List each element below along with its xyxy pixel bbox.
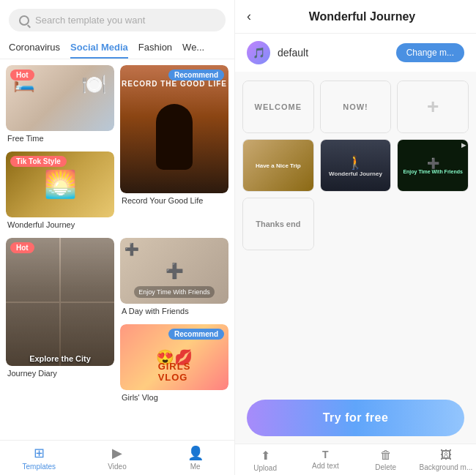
scene-card-now[interactable]: NOW! [320, 81, 392, 133]
template-label: Free Time [6, 131, 114, 146]
template-label: Journey Diary [6, 366, 114, 381]
scene-text: Wonderful Journey [329, 171, 382, 177]
hot-badge: Hot [10, 70, 34, 81]
scene-text: WELCOME [255, 102, 302, 111]
scene-card-thanks[interactable]: Thanks end [242, 198, 314, 250]
scene-thumb: Thanks end [243, 198, 313, 250]
scene-overlay: ▶ [461, 142, 466, 149]
scene-text: Have a Nice Trip [256, 162, 301, 169]
recommend-badge: Recommend [168, 70, 224, 81]
hot-badge: Hot [10, 242, 34, 253]
scene-card-welcome[interactable]: WELCOME [242, 81, 314, 133]
search-placeholder: Search template you want [35, 15, 145, 26]
list-item[interactable]: Hot Free Time [6, 65, 114, 146]
scene-card-beach[interactable]: Have a Nice Trip [242, 139, 314, 192]
template-label: Girls' Vlog [120, 390, 228, 405]
template-label: Wonderful Journey [6, 217, 114, 232]
nav-add-text[interactable]: T Add text [295, 449, 355, 472]
template-grid: Hot Free Time Recommend RECORD THE GOOD … [0, 59, 234, 440]
text-icon: T [322, 449, 329, 460]
tab-more[interactable]: We... [182, 37, 204, 59]
delete-icon: 🗑 [380, 449, 392, 462]
scene-thumb: NOW! [321, 81, 391, 132]
left-panel: Search template you want Coronavirus Soc… [0, 0, 234, 475]
scene-thumb: Have a Nice Trip [243, 140, 313, 191]
try-free-wrap: Try for free [235, 392, 476, 444]
list-item[interactable]: Recommend 😍💋 GIRLSVLOG Girls' Vlog [120, 324, 228, 405]
category-tabs: Coronavirus Social Media Fashion We... [0, 37, 234, 59]
upload-icon: ⬆ [261, 449, 270, 463]
record-text: RECORD THE GOOD LIFE [120, 80, 228, 88]
nav-me-label: Me [190, 463, 201, 471]
scene-text: Enjoy Time With Friends [403, 169, 462, 174]
scene-grid: WELCOME NOW! + Have a Nice Trip 🚶 Wonde [235, 75, 476, 392]
scene-card-journey[interactable]: 🚶 Wonderful Journey [320, 139, 392, 192]
me-icon: 👤 [187, 445, 204, 461]
nav-delete[interactable]: 🗑 Delete [356, 449, 416, 472]
nav-me[interactable]: 👤 Me [156, 445, 234, 471]
silhouette [156, 104, 193, 170]
background-icon: 🖼 [440, 449, 452, 462]
nav-video-label: Video [108, 463, 126, 471]
music-label: default [278, 47, 389, 59]
change-music-button[interactable]: Change m... [396, 43, 464, 62]
nav-addtext-label: Add text [312, 462, 339, 470]
music-row: 🎵 default Change m... [235, 34, 476, 72]
list-item[interactable]: Hot Explore the City Journey Diary [6, 238, 114, 405]
bottom-nav: ⊞ Templates ▶ Video 👤 Me [0, 440, 234, 475]
search-icon [19, 15, 29, 26]
nav-templates-label: Templates [23, 463, 56, 471]
nav-templates[interactable]: ⊞ Templates [0, 445, 78, 471]
scene-thumb: + [398, 81, 468, 132]
list-item[interactable]: Tik Tok Style Wonderful Journey [6, 152, 114, 232]
list-item[interactable]: ➕ Enjoy Time With Friends A Day with Fri… [120, 238, 228, 318]
templates-icon: ⊞ [34, 445, 45, 461]
scene-thumb: ➕ Enjoy Time With Friends ▶ [398, 140, 468, 191]
tiktok-badge: Tik Tok Style [10, 156, 67, 167]
add-icon: + [427, 95, 439, 119]
journey-label: Explore the City [6, 351, 114, 366]
nav-video[interactable]: ▶ Video [78, 445, 157, 471]
scene-thumb: WELCOME [243, 81, 313, 132]
nav-upload-label: Upload [253, 464, 277, 472]
recommend-badge: Recommend [168, 329, 224, 340]
template-label: Record Your Good Life [120, 193, 228, 208]
nav-bg-label: Background m... [419, 463, 472, 471]
page-title: Wonderful Journey [260, 10, 464, 23]
tab-fashion[interactable]: Fashion [138, 37, 172, 59]
scene-thumb: 🚶 Wonderful Journey [321, 140, 391, 191]
search-bar[interactable]: Search template you want [9, 9, 226, 31]
template-label: A Day with Friends [120, 304, 228, 318]
music-icon: 🎵 [247, 41, 270, 64]
right-bottom-nav: ⬆ Upload T Add text 🗑 Delete 🖼 Backgroun… [235, 444, 476, 475]
video-icon: ▶ [112, 445, 122, 461]
nav-delete-label: Delete [375, 463, 396, 471]
back-button[interactable]: ‹ [247, 9, 251, 24]
scene-card-add[interactable]: + [397, 81, 469, 133]
scene-text: NOW! [343, 102, 368, 111]
nav-background[interactable]: 🖼 Background m... [416, 449, 476, 472]
list-item[interactable]: Recommend RECORD THE GOOD LIFE Record Yo… [120, 65, 228, 232]
nav-upload[interactable]: ⬆ Upload [235, 449, 295, 472]
right-header: ‹ Wonderful Journey [235, 0, 476, 34]
scene-text: Thanks end [256, 220, 300, 228]
tab-social-media[interactable]: Social Media [70, 37, 128, 59]
try-free-button[interactable]: Try for free [247, 400, 464, 436]
scene-card-friends[interactable]: ➕ Enjoy Time With Friends ▶ [397, 139, 469, 192]
tab-coronavirus[interactable]: Coronavirus [9, 37, 60, 59]
right-panel: ‹ Wonderful Journey 🎵 default Change m..… [234, 0, 476, 475]
